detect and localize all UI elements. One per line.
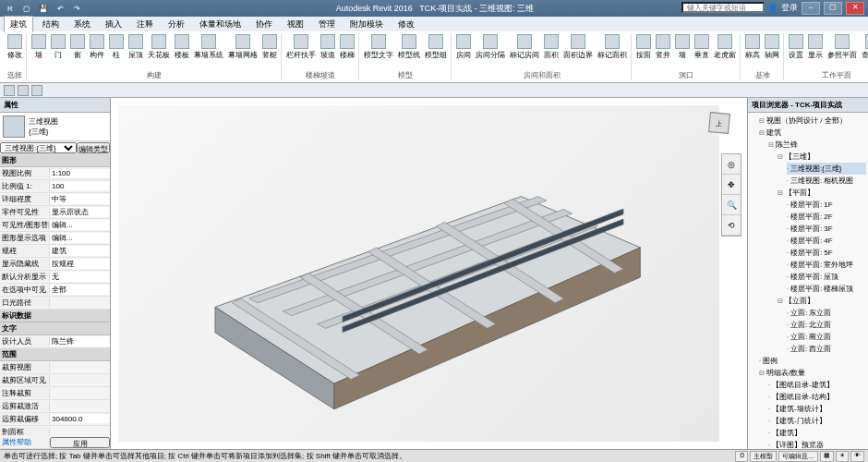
- menu-tab-4[interactable]: 注释: [131, 17, 159, 32]
- user-icon[interactable]: 👤: [766, 2, 779, 15]
- apply-button[interactable]: 应用: [50, 437, 110, 448]
- ribbon-tool[interactable]: 面积: [542, 33, 561, 69]
- tree-node[interactable]: 【图纸目录-结构】: [768, 391, 866, 403]
- property-value[interactable]: 建筑: [50, 246, 110, 256]
- menu-tab-3[interactable]: 插入: [100, 17, 127, 32]
- tree-node[interactable]: 立面: 南立面: [787, 331, 866, 343]
- ribbon-tool[interactable]: 窗: [68, 33, 87, 69]
- ribbon-tool[interactable]: 竖井: [654, 33, 672, 69]
- opt-icon[interactable]: [4, 85, 15, 96]
- view-cube[interactable]: 上: [701, 107, 738, 144]
- close-button[interactable]: ✕: [846, 2, 864, 15]
- tree-node[interactable]: 楼层平面: 2F: [787, 211, 866, 223]
- tree-node[interactable]: 三维视图:{三维}: [787, 163, 866, 175]
- ribbon-tool[interactable]: 模型文字: [362, 33, 395, 69]
- ribbon-tool[interactable]: 修改: [6, 33, 24, 69]
- menu-tab-10[interactable]: 附加模块: [344, 17, 389, 32]
- ribbon-tool[interactable]: 老虎窗: [712, 33, 738, 69]
- nav-orbit-icon[interactable]: ⟲: [722, 215, 741, 236]
- ribbon-tool[interactable]: 坡道: [319, 33, 337, 69]
- nav-zoom-icon[interactable]: 🔍: [722, 195, 741, 215]
- tree-node[interactable]: 【建筑-墙统计】: [768, 403, 866, 415]
- property-value[interactable]: 无: [50, 272, 110, 282]
- tree-node[interactable]: 建筑: [759, 127, 866, 139]
- ribbon-tool[interactable]: 房间分隔: [474, 33, 507, 69]
- opt-icon[interactable]: [18, 85, 29, 96]
- ribbon-tool[interactable]: 垂直: [693, 33, 711, 69]
- view-canvas[interactable]: 上 ◎ ✥ 🔍 ⟲: [111, 98, 748, 449]
- viewcube-face[interactable]: 上: [708, 112, 730, 134]
- menu-tab-7[interactable]: 协作: [250, 17, 278, 32]
- property-value[interactable]: 中等: [50, 194, 110, 204]
- property-value[interactable]: 按规程: [50, 259, 110, 269]
- help-search-input[interactable]: [681, 2, 765, 13]
- selection-count[interactable]: :0: [735, 451, 748, 462]
- editable-filter[interactable]: 可编辑且…: [778, 451, 818, 462]
- tree-node[interactable]: 楼层平面: 4F: [787, 235, 866, 247]
- tree-node[interactable]: 【三维】: [778, 151, 866, 163]
- tree-node[interactable]: 【平面】: [778, 187, 866, 199]
- workset-dropdown[interactable]: 主模型: [750, 451, 777, 462]
- ribbon-tool[interactable]: 楼板: [173, 33, 191, 69]
- property-value[interactable]: 全部: [50, 285, 110, 295]
- tree-node[interactable]: 【图纸目录-建筑】: [768, 379, 866, 391]
- edit-type-button[interactable]: 编辑类型: [77, 142, 110, 153]
- tree-node[interactable]: 楼层平面: 屋顶: [787, 271, 866, 283]
- tree-node[interactable]: 楼层平面: 1F: [787, 199, 866, 211]
- ribbon-tool[interactable]: 查看器: [860, 33, 868, 69]
- tree-node[interactable]: 楼层平面: 5F: [787, 247, 866, 259]
- tree-node[interactable]: 【建筑-门统计】: [768, 415, 866, 427]
- ribbon-tool[interactable]: 构件: [88, 33, 106, 69]
- tree-node[interactable]: 三维视图: 相机视图: [787, 175, 866, 187]
- ribbon-tool[interactable]: 显示: [806, 33, 825, 69]
- ribbon-tool[interactable]: 轴网: [763, 33, 781, 69]
- ribbon-tool[interactable]: 栏杆扶手: [284, 33, 318, 69]
- menu-tab-1[interactable]: 结构: [37, 17, 65, 32]
- property-value[interactable]: 编辑...: [50, 220, 110, 230]
- tree-node[interactable]: 【立面】: [778, 295, 866, 307]
- qat-save-icon[interactable]: 💾: [37, 2, 50, 15]
- property-section-header[interactable]: 图形: [0, 154, 110, 167]
- tree-node[interactable]: 立面: 北立面: [787, 319, 866, 331]
- ribbon-tool[interactable]: 楼梯: [338, 33, 356, 69]
- menu-tab-9[interactable]: 管理: [313, 17, 341, 32]
- nav-wheel-icon[interactable]: ◎: [722, 154, 741, 175]
- tree-node[interactable]: 【建筑】: [768, 427, 866, 439]
- ribbon-tool[interactable]: 幕墙网格: [226, 33, 259, 69]
- minimize-button[interactable]: –: [802, 2, 820, 15]
- app-menu-icon[interactable]: R: [4, 2, 17, 15]
- tree-node[interactable]: 立面: 西立面: [787, 343, 866, 355]
- view-control-icon[interactable]: 👁: [850, 451, 864, 462]
- ribbon-tool[interactable]: 模型线: [396, 33, 422, 69]
- tree-node[interactable]: 图例: [759, 355, 866, 367]
- ribbon-tool[interactable]: 参照平面: [826, 33, 859, 69]
- menu-tab-2[interactable]: 系统: [68, 17, 96, 32]
- property-value[interactable]: 304800.0: [50, 415, 110, 423]
- tree-node[interactable]: 楼层平面: 楼梯屋顶: [787, 283, 866, 295]
- properties-help-link[interactable]: 属性帮助: [0, 437, 50, 447]
- ribbon-tool[interactable]: 按面: [634, 33, 653, 69]
- ribbon-tool[interactable]: 模型组: [423, 33, 449, 69]
- tree-node[interactable]: 楼层平面: 室外地坪: [787, 259, 866, 271]
- qat-open-icon[interactable]: ▢: [20, 2, 33, 15]
- user-label[interactable]: 登录: [781, 2, 798, 15]
- property-value[interactable]: 陈兰锋: [50, 336, 110, 346]
- ribbon-tool[interactable]: 屋顶: [127, 33, 145, 69]
- menu-tab-5[interactable]: 分析: [163, 17, 190, 32]
- qat-undo-icon[interactable]: ↶: [54, 2, 66, 15]
- property-value[interactable]: 1:100: [50, 169, 110, 177]
- property-value[interactable]: 编辑...: [50, 233, 110, 243]
- nav-pan-icon[interactable]: ✥: [722, 175, 741, 195]
- type-selector[interactable]: 三维视图:{三维}: [0, 142, 77, 153]
- menu-tab-0[interactable]: 建筑: [4, 16, 33, 32]
- ribbon-tool[interactable]: 面积边界: [561, 33, 595, 69]
- tree-node[interactable]: 立面: 东立面: [787, 307, 866, 319]
- view-control-icon[interactable]: ▦: [820, 451, 834, 462]
- tree-root[interactable]: 视图（协同设计 / 全部）: [759, 115, 866, 127]
- ribbon-tool[interactable]: 房间: [454, 33, 473, 69]
- ribbon-tool[interactable]: 标记面积: [596, 33, 629, 69]
- ribbon-tool[interactable]: 柱: [107, 33, 126, 69]
- menu-tab-11[interactable]: 修改: [392, 17, 420, 32]
- property-section-header[interactable]: 范围: [0, 348, 110, 361]
- view-control-icon[interactable]: ☀: [836, 451, 849, 462]
